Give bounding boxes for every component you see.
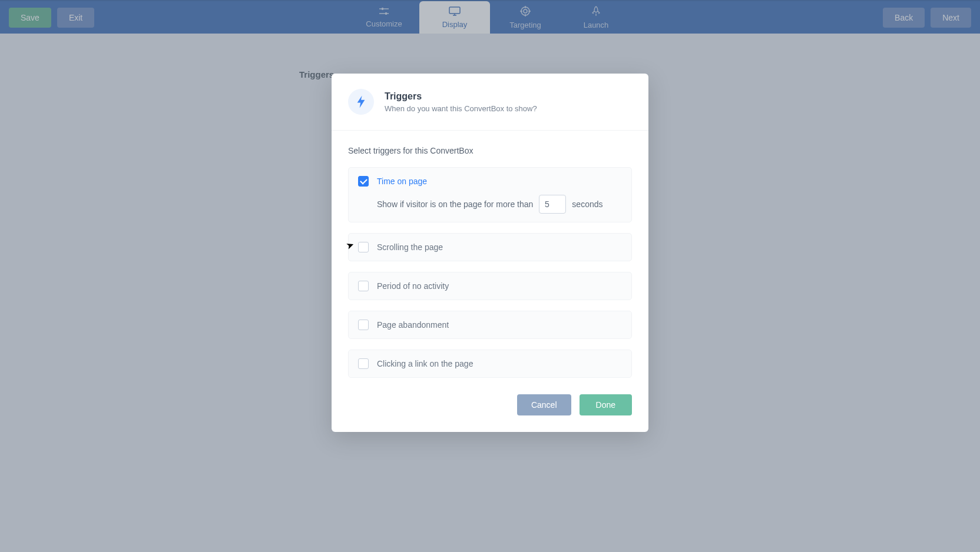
trigger-scrolling: Scrolling the page bbox=[348, 233, 632, 261]
trigger-click-link: Clicking a link on the page bbox=[348, 350, 632, 378]
modal-body: Select triggers for this ConvertBox Time… bbox=[332, 131, 648, 384]
checkbox-time-on-page[interactable] bbox=[358, 176, 369, 187]
cancel-button[interactable]: Cancel bbox=[517, 394, 571, 415]
modal-overlay: Triggers When do you want this ConvertBo… bbox=[0, 0, 980, 552]
trigger-label: Period of no activity bbox=[377, 281, 449, 291]
section-label: Select triggers for this ConvertBox bbox=[348, 146, 632, 155]
trigger-label: Scrolling the page bbox=[377, 242, 443, 252]
checkbox-no-activity[interactable] bbox=[358, 281, 369, 291]
trigger-label: Page abandonment bbox=[377, 320, 449, 330]
modal-subtitle: When do you want this ConvertBox to show… bbox=[385, 104, 537, 113]
modal-footer: Cancel Done bbox=[332, 384, 648, 432]
checkbox-scrolling[interactable] bbox=[358, 242, 369, 252]
trigger-time-on-page: Time on page Show if visitor is on the p… bbox=[348, 167, 632, 222]
trigger-page-abandonment: Page abandonment bbox=[348, 311, 632, 339]
trigger-list: Time on page Show if visitor is on the p… bbox=[348, 167, 632, 378]
triggers-modal: Triggers When do you want this ConvertBo… bbox=[332, 74, 648, 432]
config-prefix-text: Show if visitor is on the page for more … bbox=[377, 199, 533, 209]
lightning-icon bbox=[348, 89, 374, 115]
trigger-label: Clicking a link on the page bbox=[377, 359, 473, 368]
done-button[interactable]: Done bbox=[580, 394, 632, 415]
trigger-label: Time on page bbox=[377, 177, 427, 186]
modal-header: Triggers When do you want this ConvertBo… bbox=[332, 74, 648, 131]
checkbox-page-abandonment[interactable] bbox=[358, 320, 369, 330]
checkbox-click-link[interactable] bbox=[358, 358, 369, 369]
seconds-input[interactable] bbox=[539, 195, 566, 214]
trigger-no-activity: Period of no activity bbox=[348, 272, 632, 300]
config-suffix-text: seconds bbox=[572, 199, 602, 209]
trigger-time-on-page-config: Show if visitor is on the page for more … bbox=[358, 195, 622, 214]
modal-title: Triggers bbox=[385, 91, 537, 102]
